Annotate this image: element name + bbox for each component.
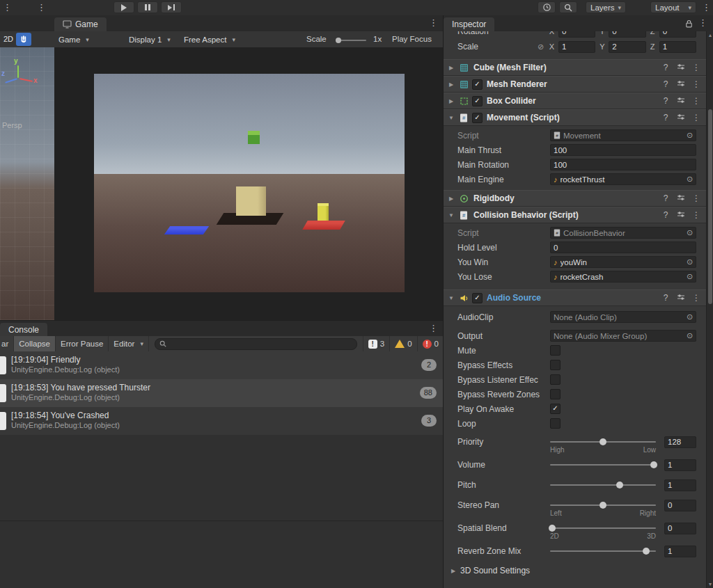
- bypass-effects-checkbox[interactable]: [550, 360, 561, 370]
- preset-icon[interactable]: [675, 193, 687, 204]
- kebab-icon[interactable]: ⋮: [690, 193, 703, 203]
- enabled-checkbox[interactable]: ✓: [472, 113, 483, 123]
- enabled-checkbox[interactable]: ✓: [472, 96, 483, 106]
- warning-filter-button[interactable]: 0: [389, 336, 416, 351]
- foldout-icon[interactable]: ▶: [447, 196, 455, 202]
- orientation-gizmo[interactable]: y x z: [3, 61, 38, 96]
- you-win-object-field[interactable]: ♪ youWin ⊙: [550, 256, 696, 268]
- display-dropdown[interactable]: Display 1 ▾: [126, 33, 173, 45]
- rotation-x-field[interactable]: 0: [558, 31, 595, 38]
- inspector-tab[interactable]: Inspector: [444, 17, 494, 31]
- component-header-mesh-filter[interactable]: ▶ Cube (Mesh Filter) ? ⋮: [444, 59, 706, 76]
- object-picker-icon[interactable]: ⊙: [685, 312, 694, 321]
- play-focus-dropdown[interactable]: Play Focus: [392, 35, 432, 43]
- error-pause-toggle[interactable]: Error Pause: [56, 336, 109, 351]
- foldout-icon[interactable]: ▶: [449, 568, 457, 574]
- component-header-rigidbody[interactable]: ▶ Rigidbody ? ⋮: [444, 190, 706, 207]
- preset-icon[interactable]: [675, 113, 687, 123]
- foldout-icon[interactable]: ▶: [447, 81, 455, 88]
- kebab-icon[interactable]: ⋮: [690, 293, 703, 303]
- component-header-mesh-renderer[interactable]: ▶ ✓ Mesh Renderer ? ⋮: [444, 76, 706, 93]
- kebab-icon[interactable]: ⋮: [429, 323, 437, 333]
- hold-level-field[interactable]: 0: [550, 241, 696, 253]
- scale-slider[interactable]: [336, 40, 366, 41]
- pause-button[interactable]: [137, 1, 158, 13]
- inspector-scrollbar[interactable]: ▲ ▼: [706, 31, 713, 588]
- volume-slider[interactable]: [550, 459, 656, 472]
- log-entry[interactable]: [19:18:53] You have pressed Thurster Uni…: [0, 379, 444, 407]
- object-picker-icon[interactable]: ⊙: [685, 175, 694, 184]
- enabled-checkbox[interactable]: ✓: [472, 293, 483, 303]
- perspective-label[interactable]: Persp: [2, 121, 22, 129]
- help-icon[interactable]: ?: [659, 293, 672, 303]
- foldout-icon[interactable]: ▶: [447, 98, 455, 104]
- scene-view-strip[interactable]: y x z Persp: [0, 47, 54, 320]
- step-button[interactable]: [161, 1, 182, 13]
- enabled-checkbox[interactable]: ✓: [472, 79, 483, 90]
- aspect-dropdown[interactable]: Free Aspect ▾: [181, 33, 238, 45]
- you-lose-object-field[interactable]: ♪ rocketCrash ⊙: [550, 271, 696, 283]
- slider-thumb[interactable]: [600, 438, 606, 445]
- collapse-toggle[interactable]: Collapse: [14, 336, 56, 351]
- spatial-blend-field[interactable]: 0: [664, 523, 696, 534]
- main-rotation-field[interactable]: 100: [550, 159, 696, 170]
- preset-icon[interactable]: [675, 293, 687, 303]
- rotation-y-field[interactable]: 0: [609, 31, 645, 38]
- slider-thumb[interactable]: [600, 502, 606, 509]
- help-icon[interactable]: ?: [659, 210, 672, 220]
- scale-x-field[interactable]: 1: [558, 41, 595, 53]
- loop-checkbox[interactable]: [550, 418, 561, 429]
- undo-history-button[interactable]: [538, 1, 556, 13]
- search-button[interactable]: [559, 1, 577, 13]
- console-search-input[interactable]: [155, 338, 357, 350]
- bypass-listener-checkbox[interactable]: [550, 374, 561, 385]
- component-header-box-collider[interactable]: ▶ ✓ Box Collider ? ⋮: [444, 93, 706, 109]
- kebab-icon[interactable]: ⋮: [3, 2, 11, 13]
- play-on-awake-checkbox[interactable]: ✓: [550, 404, 561, 414]
- preset-icon[interactable]: [675, 63, 687, 73]
- log-entry[interactable]: [19:18:54] You've Crashed UnityEngine.De…: [0, 407, 444, 435]
- help-icon[interactable]: ?: [659, 63, 672, 72]
- object-picker-icon[interactable]: ⊙: [685, 131, 694, 140]
- scale-z-field[interactable]: 1: [659, 41, 696, 53]
- kebab-icon[interactable]: ⋮: [690, 96, 703, 106]
- object-picker-icon[interactable]: ⊙: [685, 272, 694, 281]
- object-picker-icon[interactable]: ⊙: [685, 257, 694, 267]
- kebab-icon[interactable]: ⋮: [690, 63, 703, 72]
- spatial-blend-slider[interactable]: 2D 3D: [550, 522, 656, 536]
- stereo-pan-slider[interactable]: Left Right: [550, 499, 656, 513]
- clear-button[interactable]: ar: [0, 336, 14, 351]
- priority-slider[interactable]: High Low: [550, 436, 656, 450]
- volume-field[interactable]: 1: [664, 459, 696, 471]
- component-header-movement[interactable]: ▼ # ✓ Movement (Script) ? ⋮: [444, 109, 706, 126]
- foldout-icon[interactable]: ▼: [447, 212, 455, 218]
- kebab-icon[interactable]: ⋮: [702, 2, 710, 13]
- slider-thumb[interactable]: [643, 548, 650, 555]
- kebab-icon[interactable]: ⋮: [698, 17, 707, 28]
- 3d-sound-settings-foldout[interactable]: ▶ 3D Sound Settings: [444, 563, 706, 578]
- console-tab[interactable]: Console: [0, 323, 47, 337]
- lock-icon[interactable]: [684, 19, 694, 29]
- reverb-zone-mix-slider[interactable]: [550, 545, 656, 559]
- editor-dropdown[interactable]: Editor ▾: [109, 336, 149, 351]
- component-header-audio-source[interactable]: ▼ ✓ Audio Source ? ⋮: [444, 289, 706, 306]
- help-icon[interactable]: ?: [659, 79, 672, 89]
- foldout-icon[interactable]: ▶: [447, 65, 455, 71]
- script-object-field[interactable]: # Movement ⊙: [550, 129, 696, 141]
- kebab-icon[interactable]: ⋮: [690, 79, 703, 89]
- stereo-pan-field[interactable]: 0: [664, 500, 696, 511]
- console-splitter[interactable]: [0, 521, 444, 521]
- help-icon[interactable]: ?: [659, 113, 672, 122]
- pitch-field[interactable]: 1: [664, 479, 696, 491]
- preset-icon[interactable]: [675, 79, 687, 90]
- kebab-icon[interactable]: ⋮: [429, 17, 437, 28]
- scroll-down-icon[interactable]: ▼: [707, 582, 713, 587]
- audioclip-object-field[interactable]: None (Audio Clip) ⊙: [550, 311, 696, 323]
- output-object-field[interactable]: None (Audio Mixer Group) ⊙: [550, 330, 696, 342]
- help-icon[interactable]: ?: [659, 193, 672, 203]
- slider-thumb[interactable]: [336, 38, 341, 43]
- game-tab[interactable]: Game: [54, 17, 107, 31]
- object-picker-icon[interactable]: ⊙: [685, 331, 694, 340]
- 2d-toggle[interactable]: 2D: [1, 34, 15, 44]
- main-engine-object-field[interactable]: ♪ rocketThrust ⊙: [550, 173, 696, 185]
